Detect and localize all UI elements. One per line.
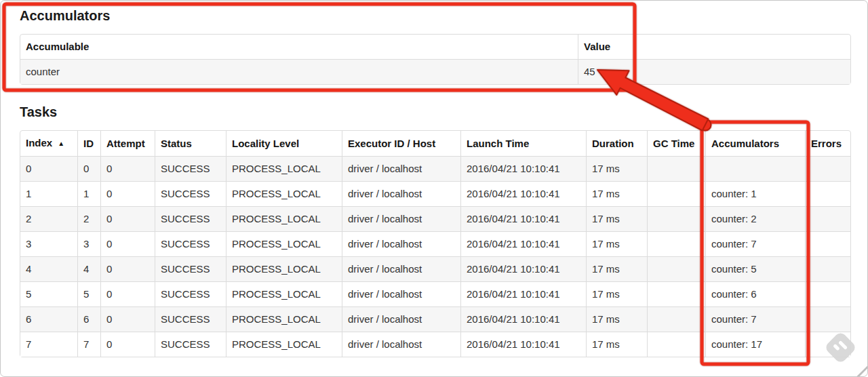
cell-launch-time: 2016/04/21 10:10:41 <box>460 206 586 231</box>
cell-gc-time <box>647 206 705 231</box>
cell-gc-time <box>647 306 705 332</box>
cell-id: 2 <box>77 206 100 231</box>
cell-locality-level: PROCESS_LOCAL <box>226 306 342 332</box>
cell-id: 3 <box>77 231 100 256</box>
cell-attempt: 0 <box>100 206 155 231</box>
cell-status: SUCCESS <box>155 256 226 281</box>
cell-status: SUCCESS <box>155 181 226 206</box>
cell-duration: 17 ms <box>586 306 647 332</box>
cell-locality-level: PROCESS_LOCAL <box>226 231 342 256</box>
cell-locality-level: PROCESS_LOCAL <box>226 281 342 306</box>
cell-accumulators: counter: 2 <box>705 206 805 231</box>
cell-executor-id-host: driver / localhost <box>342 181 460 206</box>
sort-ascending-icon: ▲ <box>58 140 64 147</box>
tasks-table: Index▲ ID Attempt Status Locality Level … <box>20 130 851 357</box>
cell-status: SUCCESS <box>155 206 226 231</box>
column-header-label: Index <box>26 137 52 148</box>
watermark-glyph-bar <box>833 344 840 351</box>
page-corner-curl <box>856 365 868 377</box>
cell-status: SUCCESS <box>155 156 226 181</box>
cell-attempt: 0 <box>100 181 155 206</box>
cell-attempt: 0 <box>100 231 155 256</box>
cell-accumulators: counter: 17 <box>705 332 805 357</box>
cell-executor-id-host: driver / localhost <box>342 206 460 231</box>
column-header-accumulable: Accumulable <box>20 35 578 59</box>
table-row: counter 45 <box>20 59 850 84</box>
cell-attempt: 0 <box>100 306 155 332</box>
cell-index: 2 <box>20 206 77 231</box>
table-row: 550SUCCESSPROCESS_LOCALdriver / localhos… <box>20 281 850 306</box>
cell-accumulable: counter <box>20 59 578 84</box>
browser-viewport: Accumulators Accumulable Value counter 4… <box>0 0 868 377</box>
column-header-executor-id-host[interactable]: Executor ID / Host <box>342 131 460 156</box>
cell-id: 1 <box>77 181 100 206</box>
cell-launch-time: 2016/04/21 10:10:41 <box>460 281 586 306</box>
cell-duration: 17 ms <box>586 332 647 357</box>
cell-gc-time <box>647 156 705 181</box>
table-header-row: Accumulable Value <box>20 35 850 59</box>
cell-duration: 17 ms <box>586 281 647 306</box>
cell-executor-id-host: driver / localhost <box>342 231 460 256</box>
column-header-attempt[interactable]: Attempt <box>100 131 155 156</box>
cell-id: 6 <box>77 306 100 332</box>
cell-gc-time <box>647 181 705 206</box>
column-header-status[interactable]: Status <box>155 131 226 156</box>
cell-errors <box>805 231 850 256</box>
cell-accumulators: counter: 5 <box>705 256 805 281</box>
column-header-locality-level[interactable]: Locality Level <box>226 131 342 156</box>
cell-accumulators: counter: 1 <box>705 181 805 206</box>
cell-accumulators <box>705 156 805 181</box>
cell-duration: 17 ms <box>586 231 647 256</box>
cell-errors <box>805 281 850 306</box>
cell-errors <box>805 206 850 231</box>
cell-launch-time: 2016/04/21 10:10:41 <box>460 181 586 206</box>
column-header-gc-time[interactable]: GC Time <box>647 131 705 156</box>
column-header-index[interactable]: Index▲ <box>20 131 77 156</box>
column-header-errors[interactable]: Errors <box>805 131 850 156</box>
cell-gc-time <box>647 332 705 357</box>
cell-locality-level: PROCESS_LOCAL <box>226 156 342 181</box>
table-row: 440SUCCESSPROCESS_LOCALdriver / localhos… <box>20 256 850 281</box>
cell-accumulators: counter: 7 <box>705 306 805 332</box>
cell-status: SUCCESS <box>155 306 226 332</box>
column-header-launch-time[interactable]: Launch Time <box>460 131 586 156</box>
cell-locality-level: PROCESS_LOCAL <box>226 181 342 206</box>
column-header-duration[interactable]: Duration <box>586 131 647 156</box>
cell-duration: 17 ms <box>586 206 647 231</box>
cell-duration: 17 ms <box>586 256 647 281</box>
cell-launch-time: 2016/04/21 10:10:41 <box>460 306 586 332</box>
page-content: Accumulators Accumulable Value counter 4… <box>1 1 867 357</box>
cell-id: 7 <box>77 332 100 357</box>
cell-index: 5 <box>20 281 77 306</box>
cell-launch-time: 2016/04/21 10:10:41 <box>460 156 586 181</box>
column-header-accumulators[interactable]: Accumulators <box>705 131 805 156</box>
cell-gc-time <box>647 281 705 306</box>
table-row: 000SUCCESSPROCESS_LOCALdriver / localhos… <box>20 156 850 181</box>
table-row: 110SUCCESSPROCESS_LOCALdriver / localhos… <box>20 181 850 206</box>
accumulators-section-title: Accumulators <box>20 8 848 24</box>
cell-value: 45 <box>578 59 850 84</box>
cell-executor-id-host: driver / localhost <box>342 306 460 332</box>
cell-attempt: 0 <box>100 256 155 281</box>
cell-duration: 17 ms <box>586 181 647 206</box>
table-row: 220SUCCESSPROCESS_LOCALdriver / localhos… <box>20 206 850 231</box>
cell-executor-id-host: driver / localhost <box>342 281 460 306</box>
column-header-id[interactable]: ID <box>77 131 100 156</box>
cell-status: SUCCESS <box>155 281 226 306</box>
cell-errors <box>805 256 850 281</box>
cell-index: 6 <box>20 306 77 332</box>
cell-attempt: 0 <box>100 332 155 357</box>
column-header-value: Value <box>578 35 850 59</box>
table-row: 330SUCCESSPROCESS_LOCALdriver / localhos… <box>20 231 850 256</box>
cell-duration: 17 ms <box>586 156 647 181</box>
cell-id: 4 <box>77 256 100 281</box>
cell-gc-time <box>647 256 705 281</box>
cell-errors <box>805 306 850 332</box>
cell-launch-time: 2016/04/21 10:10:41 <box>460 332 586 357</box>
cell-index: 4 <box>20 256 77 281</box>
table-row: 770SUCCESSPROCESS_LOCALdriver / localhos… <box>20 332 850 357</box>
cell-index: 3 <box>20 231 77 256</box>
cell-id: 0 <box>77 156 100 181</box>
cell-index: 0 <box>20 156 77 181</box>
cell-executor-id-host: driver / localhost <box>342 156 460 181</box>
